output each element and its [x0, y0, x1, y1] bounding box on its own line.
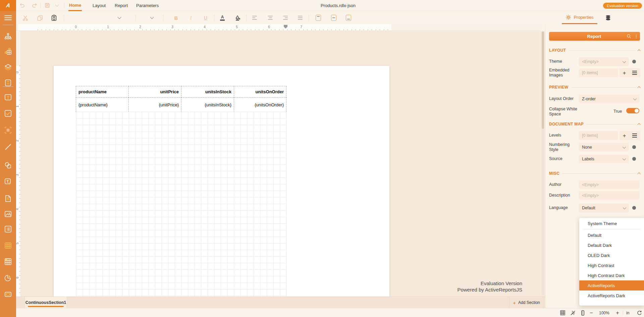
theme-option-oled-dark[interactable]: OLED Dark [579, 250, 644, 260]
theme-option-default-dark[interactable]: Default Dark [579, 240, 644, 250]
description-input[interactable]: <Empty> [579, 191, 639, 200]
app-logo-icon[interactable]: A [0, 0, 16, 11]
search-icon[interactable] [625, 34, 633, 39]
tool-tablix[interactable] [3, 256, 13, 267]
tool-image[interactable] [3, 209, 13, 219]
tool-image-placeholder[interactable] [3, 125, 13, 136]
tab-layout[interactable]: Layout [93, 0, 106, 11]
table-header-cell[interactable]: unitsOnOrder [234, 86, 286, 98]
property-state-dot[interactable] [632, 60, 636, 63]
theme-option-activereports-dark[interactable]: ActiveReports Dark [579, 290, 644, 301]
reset-zoom-button[interactable] [635, 309, 643, 316]
language-select[interactable]: Default [579, 204, 629, 212]
underline-button[interactable]: U [201, 14, 210, 22]
tool-layers[interactable] [3, 62, 13, 72]
table-cell[interactable]: {productName} [76, 97, 129, 112]
copy-icon[interactable] [36, 14, 44, 22]
table-header-cell[interactable]: productName [76, 86, 129, 98]
theme-option-high-contrast-dark[interactable]: High Contrast Dark [579, 270, 644, 280]
valign-bottom-button[interactable] [344, 14, 353, 22]
tool-line[interactable] [3, 142, 13, 152]
tool-checkbox[interactable] [3, 108, 13, 119]
valign-middle-button[interactable] [329, 14, 338, 22]
undo-button[interactable] [18, 2, 26, 9]
add-item-button[interactable]: + [623, 133, 626, 139]
paste-icon[interactable] [50, 14, 58, 22]
font-family-select[interactable] [106, 14, 133, 22]
table-header-cell[interactable]: unitPrice [128, 86, 181, 98]
table-header-cell[interactable]: unitsInStock [181, 86, 234, 98]
tool-formatted-text[interactable]: T [3, 176, 13, 187]
fill-color-button[interactable] [233, 14, 242, 22]
ruler-tick [82, 29, 82, 31]
tab-properties[interactable]: Properties [562, 11, 597, 24]
tool-textbox[interactable]: T [3, 92, 13, 103]
theme-option-activereports[interactable]: ActiveReports [579, 280, 644, 290]
tool-chart[interactable] [3, 272, 13, 283]
tool-report-explorer[interactable] [3, 31, 13, 42]
author-input[interactable]: <Empty> [579, 180, 639, 189]
kebab-menu-icon[interactable]: ⋮ [633, 34, 640, 39]
align-right-button[interactable] [281, 14, 290, 22]
canvas-scrollbar-thumb[interactable] [542, 32, 544, 129]
levels-field[interactable]: [0 items] [579, 131, 618, 140]
embedded-images-field[interactable]: [0 items] [579, 68, 618, 77]
report-scope-button[interactable]: Report ⋮ [549, 32, 640, 41]
collapse-group-icon[interactable] [637, 86, 641, 89]
data-panel-button[interactable] [604, 14, 612, 22]
align-center-button[interactable] [266, 14, 275, 22]
zoom-in-button[interactable]: + [613, 309, 622, 316]
property-state-dot[interactable] [632, 206, 636, 210]
save-menu-chevron-icon[interactable] [53, 2, 61, 9]
property-state-dot[interactable] [632, 157, 636, 161]
item-list-button[interactable] [632, 135, 637, 136]
collapse-group-icon[interactable] [637, 49, 641, 52]
tool-richtext[interactable] [3, 193, 13, 204]
tool-list[interactable] [3, 224, 13, 234]
measurement-unit[interactable]: in [626, 309, 629, 316]
table-cell[interactable]: {unitsOnOrder} [234, 97, 286, 112]
font-color-button[interactable]: A [218, 14, 227, 22]
field-label: Description [549, 193, 578, 198]
bold-button[interactable]: B [172, 14, 180, 22]
design-grid[interactable] [76, 112, 286, 297]
collapse-group-icon[interactable] [637, 123, 641, 126]
tool-table[interactable] [3, 240, 13, 251]
table-cell[interactable]: {unitPrice} [128, 97, 181, 112]
tool-group-editor[interactable] [3, 46, 13, 57]
tool-shape[interactable] [3, 160, 13, 171]
zoom-out-button[interactable]: − [587, 309, 595, 316]
cut-icon[interactable] [21, 14, 30, 22]
toggle-ruler-button[interactable] [579, 309, 587, 316]
theme-option-default[interactable]: Default [579, 230, 644, 240]
source-select[interactable]: Labels [579, 155, 629, 163]
layout-order-select[interactable]: Z-order [579, 95, 639, 103]
report-page[interactable]: productName unitPrice unitsInStock units… [54, 66, 389, 297]
valign-top-button[interactable] [314, 14, 323, 22]
design-canvas[interactable]: productName unitPrice unitsInStock units… [16, 31, 545, 297]
italic-button[interactable]: I [186, 14, 195, 22]
theme-select[interactable]: <Empty> [579, 57, 629, 66]
property-state-dot[interactable] [632, 145, 636, 149]
redo-button[interactable] [31, 2, 39, 9]
collapse-white-space-toggle[interactable] [626, 108, 639, 113]
save-button[interactable] [43, 2, 51, 9]
add-item-button[interactable]: + [623, 70, 626, 76]
item-list-button[interactable] [632, 72, 637, 73]
table-cell[interactable]: {unitsInStock} [181, 97, 234, 112]
hamburger-menu-icon[interactable] [4, 15, 12, 20]
tab-home[interactable]: Home [68, 0, 82, 11]
align-left-button[interactable] [250, 14, 259, 22]
section-tab-continuoussection1[interactable]: ContinuousSection1 [24, 297, 67, 308]
collapse-group-icon[interactable] [637, 172, 641, 175]
numbering-style-select[interactable]: None [579, 143, 629, 152]
tab-report[interactable]: Report [115, 0, 128, 11]
tool-subreport[interactable] [3, 289, 13, 300]
snap-to-grid-button[interactable] [569, 309, 577, 316]
tab-parameters[interactable]: Parameters [136, 0, 159, 11]
font-size-select[interactable] [144, 14, 160, 22]
theme-option-high-contrast[interactable]: High Contrast [579, 260, 644, 270]
toggle-grid-button[interactable] [558, 309, 567, 316]
align-justify-button[interactable] [296, 14, 305, 22]
add-section-button[interactable]: +Add Section [509, 297, 544, 308]
